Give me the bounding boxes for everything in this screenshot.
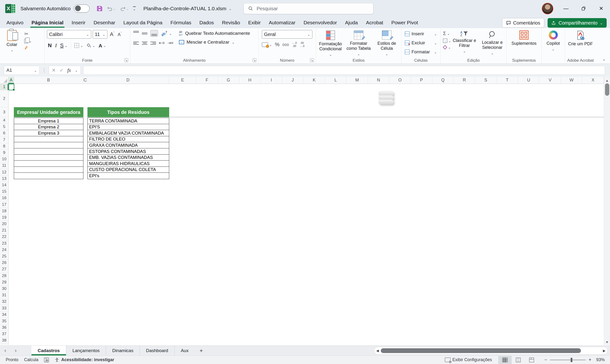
sheet-tab[interactable]: Lançamentos xyxy=(66,346,106,355)
copilot-button[interactable]: Copilot ⌄ xyxy=(542,30,565,51)
table-cell[interactable]: GRAXA CONTAMINADA xyxy=(88,142,169,148)
row-header[interactable]: 21 xyxy=(0,227,8,234)
sheet-tab[interactable]: Cadastros xyxy=(31,346,66,355)
row-header[interactable]: 22 xyxy=(0,234,8,240)
table-cell[interactable] xyxy=(14,148,83,155)
row-header[interactable]: 7 xyxy=(0,137,8,143)
scroll-right-arrow[interactable]: ▶ xyxy=(603,349,606,352)
addins-button[interactable]: Suplementos xyxy=(506,30,541,46)
row-header[interactable]: 8 xyxy=(0,143,8,150)
status-calc[interactable]: Calcula xyxy=(24,357,38,362)
table-cell[interactable]: TERRA CONTAMINADA xyxy=(88,118,169,124)
ribbon-tab[interactable]: Página Inicial xyxy=(27,17,67,28)
horizontal-scroll-thumb[interactable] xyxy=(381,348,581,353)
formula-bar-handle[interactable]: ⋮ xyxy=(42,68,46,73)
redo-button[interactable]: ⌄ xyxy=(119,4,130,13)
merge-center-button[interactable]: ↔ Mesclar e Centralizar ⌄ xyxy=(179,39,250,45)
sheet-tab[interactable]: Aux xyxy=(174,346,195,355)
avatar[interactable] xyxy=(542,3,553,14)
ribbon-tab[interactable]: Exibir xyxy=(244,17,265,28)
table-cell[interactable] xyxy=(14,172,83,179)
search-box[interactable] xyxy=(244,3,373,14)
zoom-out-button[interactable]: − xyxy=(545,357,547,363)
table-cell[interactable]: EMBALAGEM VAZIA CONTAMINADA xyxy=(88,130,169,136)
ribbon-tab[interactable]: Desenvolvedor xyxy=(299,17,341,28)
save-button[interactable] xyxy=(95,4,104,13)
row-header[interactable]: 30 xyxy=(0,286,8,292)
row-header[interactable]: 29 xyxy=(0,279,8,286)
row-header[interactable]: 20 xyxy=(0,221,8,227)
comma-style-button[interactable]: 000 xyxy=(282,43,289,47)
column-header[interactable]: M xyxy=(347,77,368,84)
bold-button[interactable]: N xyxy=(48,42,52,49)
row-header[interactable]: 4 xyxy=(0,117,8,124)
row-header[interactable]: 35 xyxy=(0,318,8,325)
ribbon-tab[interactable]: Fórmulas xyxy=(166,17,195,28)
cut-button[interactable]: ✂ xyxy=(24,31,32,37)
ribbon-tab[interactable]: Inserir xyxy=(67,17,89,28)
vertical-scroll-thumb[interactable] xyxy=(605,83,609,96)
clear-button[interactable]: ⌄ xyxy=(443,45,452,49)
column-header[interactable]: S xyxy=(475,77,497,84)
add-sheet-button[interactable]: + xyxy=(195,346,208,355)
align-bottom-button[interactable] xyxy=(150,30,158,37)
row-header[interactable]: 31 xyxy=(0,292,8,299)
cancel-entry-button[interactable]: ✕ xyxy=(52,67,56,73)
view-normal-button[interactable] xyxy=(498,356,512,364)
column-header[interactable]: T xyxy=(497,77,518,84)
borders-button[interactable]: ⌄ xyxy=(74,43,83,48)
format-painter-button[interactable] xyxy=(24,46,32,50)
table-cell[interactable]: FILTRO DE OLEO xyxy=(88,136,169,143)
formula-input[interactable] xyxy=(83,66,605,75)
column-header[interactable]: H xyxy=(239,77,261,84)
share-button[interactable]: Compartilhamento ⌄ xyxy=(547,18,607,28)
residuos-table-header[interactable]: Tipos de Residuos xyxy=(88,107,169,117)
increase-indent-button[interactable]: ⇥≡ xyxy=(168,40,173,46)
table-cell[interactable] xyxy=(14,142,83,148)
format-cells-button[interactable]: Formatar ⌄ xyxy=(405,48,440,56)
row-header[interactable]: 1 xyxy=(0,84,8,90)
row-header[interactable]: 9 xyxy=(0,150,8,156)
restore-button[interactable] xyxy=(575,0,592,17)
view-page-layout-button[interactable] xyxy=(512,356,525,364)
ribbon-tab[interactable]: Arquivo xyxy=(2,17,27,28)
column-header[interactable]: N xyxy=(368,77,389,84)
select-all-corner[interactable] xyxy=(0,77,8,84)
table-cell[interactable] xyxy=(14,167,83,173)
column-header[interactable]: G xyxy=(218,77,239,84)
row-header[interactable]: 10 xyxy=(0,156,8,162)
column-header[interactable]: K xyxy=(304,77,325,84)
column-header[interactable]: Q xyxy=(432,77,454,84)
macro-record-button[interactable] xyxy=(44,358,49,362)
column-header[interactable]: U xyxy=(518,77,539,84)
confirm-entry-button[interactable]: ✓ xyxy=(60,67,64,73)
ribbon-tab[interactable]: Acrobat xyxy=(362,17,387,28)
number-format-select[interactable]: Geral⌄ xyxy=(262,30,312,39)
row-header[interactable]: 11 xyxy=(0,162,8,169)
column-header[interactable]: C xyxy=(83,77,87,84)
copy-button[interactable]: ⌄ xyxy=(24,39,32,43)
vertical-scrollbar[interactable]: ▲ ▼ xyxy=(604,77,610,345)
fill-button[interactable]: ↓⌄ xyxy=(443,39,452,43)
font-color-button[interactable]: A ⌄ xyxy=(99,43,106,48)
row-header[interactable]: 2 xyxy=(0,90,8,107)
sheet-canvas[interactable]: Empresa/ Unidade geradora Empresa 1Empre… xyxy=(9,84,604,345)
row-header[interactable]: 18 xyxy=(0,208,8,214)
table-cell[interactable]: ESTOPAS CONTAMINADAS xyxy=(88,148,169,155)
scroll-up-arrow[interactable]: ▲ xyxy=(604,78,610,82)
column-header[interactable]: B xyxy=(14,77,83,84)
align-right-button[interactable] xyxy=(150,41,156,46)
align-middle-button[interactable] xyxy=(142,31,147,36)
underline-button[interactable]: S⌄ xyxy=(60,42,67,49)
row-header[interactable]: 26 xyxy=(0,260,8,266)
paste-button[interactable]: Colar ⌄ xyxy=(3,30,21,64)
comments-button[interactable]: Comentários xyxy=(502,18,544,28)
view-settings-button[interactable]: Exibir Configurações xyxy=(445,357,492,362)
ribbon-tab[interactable]: Layout da Página xyxy=(119,17,166,28)
decrease-font-button[interactable]: Aˇ xyxy=(117,31,122,37)
table-cell[interactable]: Empresa 2 xyxy=(14,124,83,130)
sheet-tab[interactable]: Dinamicas xyxy=(106,346,140,355)
row-header[interactable]: 32 xyxy=(0,299,8,305)
orientation-button[interactable]: ab↗⌄ xyxy=(161,31,172,36)
zoom-in-button[interactable]: + xyxy=(589,357,591,363)
